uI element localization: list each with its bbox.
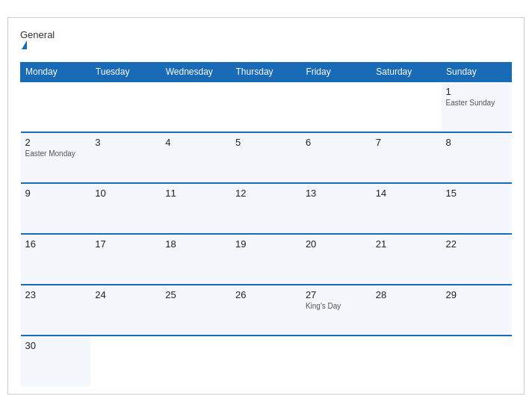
calendar-cell xyxy=(90,336,161,386)
day-number: 26 xyxy=(235,289,297,300)
calendar-cell xyxy=(231,81,301,132)
day-number: 15 xyxy=(446,188,507,199)
calendar-cell: 23 xyxy=(21,285,91,336)
week-row-4: 16171819202122 xyxy=(21,234,512,285)
day-number: 9 xyxy=(25,188,87,199)
calendar-cell: 12 xyxy=(231,183,301,234)
calendar-cell: 24 xyxy=(90,285,161,336)
calendar-cell: 1Easter Sunday xyxy=(442,81,512,132)
calendar-cell: 4 xyxy=(161,132,231,183)
calendar-cell: 18 xyxy=(161,234,231,285)
calendar-cell: 25 xyxy=(161,285,231,336)
column-header-monday: Monday xyxy=(21,62,91,81)
day-event: King's Day xyxy=(306,302,367,310)
calendar-cell: 21 xyxy=(371,234,442,285)
calendar-cell: 16 xyxy=(21,234,91,285)
day-number: 19 xyxy=(235,238,297,250)
column-header-thursday: Thursday xyxy=(231,62,301,81)
day-number: 7 xyxy=(376,137,437,148)
calendar-cell: 15 xyxy=(442,183,512,234)
day-number: 25 xyxy=(165,289,226,300)
day-number: 12 xyxy=(235,188,297,199)
calendar-cell: 14 xyxy=(371,183,442,234)
day-number: 23 xyxy=(25,289,87,300)
day-number: 18 xyxy=(165,238,226,250)
day-number: 20 xyxy=(306,238,367,250)
day-event: Easter Monday xyxy=(25,149,87,158)
week-row-1: 1Easter Sunday xyxy=(21,81,512,132)
day-number: 6 xyxy=(306,137,367,148)
week-row-2: 2Easter Monday345678 xyxy=(21,132,512,183)
day-event: Easter Sunday xyxy=(446,99,507,107)
calendar-cell: 22 xyxy=(442,234,512,285)
calendar-cell: 30 xyxy=(21,336,91,386)
day-number: 21 xyxy=(376,238,437,250)
calendar-cell: 28 xyxy=(371,285,442,336)
logo: General xyxy=(20,30,55,52)
week-row-5: 2324252627King's Day2829 xyxy=(21,285,512,336)
column-header-friday: Friday xyxy=(301,62,371,81)
calendar-cell: 11 xyxy=(161,183,231,234)
calendar-cell xyxy=(301,336,371,386)
calendar-cell: 27King's Day xyxy=(301,285,371,336)
calendar-cell: 29 xyxy=(442,285,512,336)
calendar-cell xyxy=(231,336,301,386)
calendar-table: MondayTuesdayWednesdayThursdayFridaySatu… xyxy=(20,62,512,386)
day-number: 1 xyxy=(446,86,507,97)
day-number: 28 xyxy=(376,289,437,300)
calendar-cell: 20 xyxy=(301,234,371,285)
day-number: 8 xyxy=(446,137,507,148)
calendar-cell xyxy=(301,81,371,132)
day-number: 11 xyxy=(165,188,226,199)
calendar-cell: 2Easter Monday xyxy=(21,132,91,183)
calendar-cell: 7 xyxy=(371,132,442,183)
column-header-saturday: Saturday xyxy=(371,62,442,81)
calendar-cell xyxy=(21,81,91,132)
calendar-cell xyxy=(371,81,442,132)
week-row-6: 30 xyxy=(21,336,512,386)
day-number: 10 xyxy=(95,188,156,199)
column-header-tuesday: Tuesday xyxy=(90,62,161,81)
day-number: 24 xyxy=(95,289,156,300)
calendar-container: General MondayTuesdayWednesdayThursdayFr… xyxy=(7,17,525,395)
calendar-cell xyxy=(161,336,231,386)
logo-general-text: General xyxy=(20,30,55,40)
calendar-cell: 13 xyxy=(301,183,371,234)
week-row-3: 9101112131415 xyxy=(21,183,512,234)
day-number: 30 xyxy=(25,340,87,351)
calendar-cell: 10 xyxy=(90,183,161,234)
day-number: 14 xyxy=(376,188,437,199)
calendar-cell xyxy=(90,81,161,132)
calendar-body: 1Easter Sunday2Easter Monday345678910111… xyxy=(21,81,512,386)
calendar-cell xyxy=(442,336,512,386)
day-number: 17 xyxy=(95,238,156,250)
day-number: 5 xyxy=(235,137,297,148)
day-number: 3 xyxy=(95,137,156,148)
logo-blue-text xyxy=(20,40,55,52)
calendar-cell: 6 xyxy=(301,132,371,183)
day-number: 4 xyxy=(165,137,226,148)
calendar-cell: 19 xyxy=(231,234,301,285)
day-number: 29 xyxy=(446,289,507,300)
calendar-cell xyxy=(371,336,442,386)
day-number: 22 xyxy=(446,238,507,250)
logo-triangle-icon xyxy=(22,40,27,49)
calendar-cell: 8 xyxy=(442,132,512,183)
calendar-cell: 17 xyxy=(90,234,161,285)
day-number: 16 xyxy=(25,238,87,250)
calendar-cell: 9 xyxy=(21,183,91,234)
column-header-sunday: Sunday xyxy=(442,62,512,81)
calendar-header: General xyxy=(20,30,512,52)
calendar-cell: 3 xyxy=(90,132,161,183)
day-number: 13 xyxy=(306,188,367,199)
day-number: 27 xyxy=(306,289,367,300)
calendar-cell: 26 xyxy=(231,285,301,336)
column-header-wednesday: Wednesday xyxy=(161,62,231,81)
day-number: 2 xyxy=(25,137,87,148)
calendar-cell xyxy=(161,81,231,132)
calendar-cell: 5 xyxy=(231,132,301,183)
column-header-row: MondayTuesdayWednesdayThursdayFridaySatu… xyxy=(21,62,512,81)
